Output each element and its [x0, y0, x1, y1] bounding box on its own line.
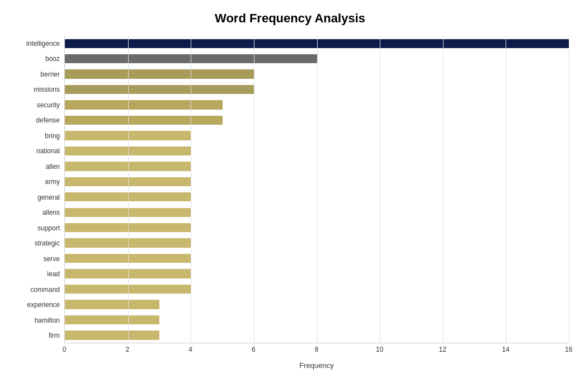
bar-row [65, 297, 569, 312]
y-label: national [36, 144, 60, 159]
bars-area [64, 36, 569, 343]
bar [65, 131, 191, 140]
y-label: defense [36, 113, 60, 129]
x-tick: 2 [125, 346, 129, 353]
x-tick: 16 [565, 346, 572, 353]
bar [65, 238, 191, 247]
bar-row [65, 190, 569, 205]
bar [65, 300, 159, 309]
bar [65, 330, 159, 339]
y-label: allens [43, 205, 60, 221]
y-label: bring [45, 128, 60, 144]
bar [65, 100, 223, 109]
y-label: intelligence [26, 36, 60, 51]
bar-row [65, 36, 569, 51]
y-label: berrier [40, 67, 60, 82]
x-tick: 0 [63, 346, 67, 353]
y-label: support [37, 220, 60, 236]
x-tick: 10 [376, 346, 383, 353]
bar-row [65, 128, 569, 143]
x-tick: 4 [188, 346, 192, 353]
x-axis: 0246810121416 [64, 343, 569, 359]
bar-row [65, 281, 569, 296]
y-label: security [37, 97, 60, 113]
bar [65, 254, 191, 263]
bar-row [65, 159, 569, 174]
x-axis-label: Frequency [64, 361, 569, 370]
bar [65, 69, 254, 78]
y-label: missions [34, 82, 60, 98]
y-label: general [37, 190, 60, 205]
bar-row [65, 143, 569, 158]
bar-row [65, 97, 569, 112]
bar-row [65, 51, 569, 66]
bar-row [65, 328, 569, 343]
x-tick: 12 [439, 346, 446, 353]
bar-row [65, 174, 569, 189]
chart-body: intelligenceboozberriermissionssecurityd… [11, 36, 569, 343]
bar [65, 116, 223, 125]
bar [65, 162, 191, 171]
x-tick: 6 [252, 346, 256, 353]
chart-title: Word Frequency Analysis [215, 11, 365, 26]
bar-row [65, 220, 569, 235]
bar [65, 208, 191, 217]
y-label: experience [27, 297, 60, 313]
bar [65, 269, 191, 278]
bar [65, 54, 317, 63]
bar [65, 192, 191, 201]
y-label: strategic [35, 236, 60, 252]
bar-row [65, 235, 569, 251]
y-label: lead [47, 267, 60, 282]
bar [65, 85, 254, 94]
bar-row [65, 67, 569, 82]
bar-row [65, 82, 569, 97]
y-label: serve [44, 251, 60, 267]
y-label: allen [46, 159, 60, 174]
y-labels: intelligenceboozberriermissionssecurityd… [11, 36, 64, 343]
chart-container: intelligenceboozberriermissionssecurityd… [11, 36, 569, 370]
y-label: command [30, 282, 60, 297]
bar-row [65, 251, 569, 266]
bar [65, 285, 191, 294]
bar [65, 223, 191, 232]
bar-row [65, 112, 569, 127]
y-label: army [45, 174, 60, 190]
bar [65, 39, 569, 48]
bar [65, 147, 191, 155]
y-label: firm [49, 328, 60, 344]
bar-row [65, 312, 569, 327]
bar-row [65, 205, 569, 220]
x-tick: 14 [502, 346, 510, 353]
x-tick: 8 [315, 346, 319, 353]
y-label: hamilton [35, 313, 60, 328]
grid-line [569, 36, 569, 343]
y-label: booz [45, 51, 60, 67]
bar [65, 177, 191, 186]
bar [65, 315, 159, 324]
bar-row [65, 266, 569, 281]
